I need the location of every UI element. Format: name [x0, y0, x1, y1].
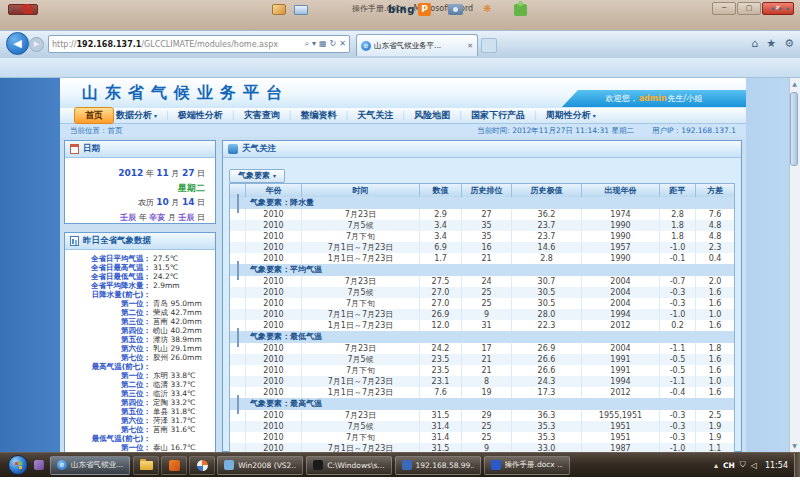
nav-item-6[interactable]: 风险地图	[412, 109, 452, 122]
camera-addon-icon[interactable]	[448, 4, 463, 15]
table-row[interactable]: 20107月1日～7月23日26.9928.01994-1.01.0	[230, 309, 734, 320]
minimize-icon[interactable]: ─	[712, 2, 736, 15]
column-header: 历史排位	[462, 184, 512, 197]
table-row[interactable]: 20107月23日24.21726.92004-1.11.8	[230, 343, 734, 354]
ime-addon-icon[interactable]: P	[418, 3, 431, 16]
table-row[interactable]: 20107月23日31.52936.31955,1951-0.32.5	[230, 410, 734, 421]
bing-logo[interactable]: bing	[388, 4, 415, 15]
table-cell: 8	[462, 376, 512, 387]
volume-icon[interactable]: ◁	[751, 461, 757, 470]
plugin-addon-icon[interactable]	[514, 4, 527, 16]
more-options-icon[interactable]: •••	[770, 4, 792, 14]
table-cell: 7月下旬	[302, 231, 420, 242]
table-row[interactable]: 20107月1日～7月23日31.5933.01987-1.01.1	[230, 443, 734, 452]
table-cell: 35	[462, 220, 512, 231]
table-cell: 1955,1951	[582, 410, 660, 421]
table-cell: 27.0	[420, 287, 462, 298]
table-row[interactable]: 20101月1日～7月23日12.03122.320120.21.6	[230, 320, 734, 331]
table-header-row: 年份时间数值历史排位历史极值出现年份距平方差	[230, 184, 734, 197]
table-cell: 33.0	[512, 443, 582, 452]
taskbar-media-button[interactable]	[189, 456, 215, 475]
table-cell: 7.6	[420, 387, 462, 398]
table-row[interactable]: 20107月5候3.43523.719901.84.8	[230, 220, 734, 231]
table-cell: 2010	[246, 376, 302, 387]
show-desktop-button[interactable]	[794, 453, 800, 478]
table-cell: 2010	[246, 253, 302, 264]
element-filter-button[interactable]: 气象要素▾	[229, 169, 285, 183]
address-bar[interactable]: http://192.168.137.1/GLCCLIMATE/modules/…	[48, 35, 350, 53]
nav-item-0[interactable]: 首页	[74, 107, 114, 124]
search-icon[interactable]: ⌕	[305, 39, 309, 49]
table-row[interactable]: 20101月1日～7月23日1.7212.81990-0.10.4	[230, 253, 734, 264]
nav-item-2[interactable]: 极端性分析	[176, 109, 225, 122]
column-header: 出现年份	[582, 184, 660, 197]
table-cell: 26.9	[512, 343, 582, 354]
settings-gear-icon[interactable]: ⚙	[784, 37, 794, 50]
start-button[interactable]	[8, 455, 28, 475]
table-row[interactable]: 20101月1日～7月23日7.61917.32012-0.41.6	[230, 387, 734, 398]
table-row[interactable]: 20107月1日～7月23日23.1824.31994-1.11.0	[230, 376, 734, 387]
taskbar-task-button-2[interactable]: 192.168.58.99...	[395, 456, 481, 475]
favorites-star-icon[interactable]: ★	[766, 37, 776, 50]
scroll-up-icon[interactable]: ▲	[791, 80, 798, 87]
table-group-row[interactable]: 气象要素：平均气温	[230, 264, 734, 276]
table-row[interactable]: 20107月1日～7月23日6.91614.61957-1.02.3	[230, 242, 734, 253]
tab-close-icon[interactable]: ✕	[467, 42, 473, 50]
table-cell: 9	[462, 443, 512, 452]
nav-item-8[interactable]: 周期性分析▾	[544, 109, 598, 122]
table-group-row[interactable]: 气象要素：降水量	[230, 197, 734, 209]
back-button[interactable]: ◀	[6, 32, 29, 55]
addon-close-icon[interactable]: ✕	[8, 5, 15, 14]
browser-tab[interactable]: e 山东省气候业务平... ✕	[356, 34, 478, 56]
pinned-app-icon[interactable]	[34, 460, 44, 470]
nav-separator: │	[533, 111, 538, 120]
table-row[interactable]: 20107月下旬3.43523.719901.84.8	[230, 231, 734, 242]
table-row[interactable]: 20107月下旬23.52126.61991-0.51.6	[230, 365, 734, 376]
table-row[interactable]: 20107月23日27.52430.72004-0.72.0	[230, 276, 734, 287]
nav-item-7[interactable]: 国家下行产品	[469, 109, 527, 122]
taskbar-app-button[interactable]	[161, 456, 187, 475]
table-group-row[interactable]: 气象要素：最低气温	[230, 331, 734, 343]
taskbar-folder-button[interactable]	[133, 456, 159, 475]
table-row[interactable]: 20107月下旬27.02530.52004-0.31.6	[230, 298, 734, 309]
mail-addon-icon[interactable]	[294, 5, 308, 15]
table-row[interactable]: 20107月23日2.92736.219742.87.6	[230, 209, 734, 220]
stat-value: 31.5℃	[153, 263, 178, 272]
taskbar-clock[interactable]: 11:54	[765, 461, 788, 470]
nav-item-4[interactable]: 整编资料	[299, 109, 339, 122]
maximize-icon[interactable]: ▢	[737, 2, 761, 15]
network-icon[interactable]: ⛉	[740, 460, 746, 470]
table-cell: 1957	[582, 242, 660, 253]
taskbar-task-button-3[interactable]: 操作手册.docx ...	[484, 456, 570, 475]
table-cell: 30.5	[512, 298, 582, 309]
new-tab-button[interactable]	[481, 38, 497, 53]
taskbar-ie-button[interactable]: e 山东省气候业...	[50, 456, 130, 475]
tray-arrow-icon[interactable]: ▴	[714, 461, 718, 470]
table-row[interactable]: 20107月5候27.02530.52004-0.31.6	[230, 287, 734, 298]
table-cell: 24	[462, 276, 512, 287]
table-row[interactable]: 20107月5候23.52126.61991-0.51.6	[230, 354, 734, 365]
table-cell: 1.6	[696, 298, 734, 309]
taskbar-task-button-0[interactable]: Win2008 (VS2...	[217, 456, 303, 475]
forward-button[interactable]: ▶	[29, 37, 44, 52]
language-indicator[interactable]: CH	[723, 461, 735, 470]
paw-addon-icon[interactable]: ❋	[483, 3, 491, 14]
home-icon[interactable]: ⌂	[751, 37, 758, 50]
scroll-down-icon[interactable]: ▼	[791, 442, 798, 449]
table-group-row[interactable]: 气象要素：最高气温	[230, 398, 734, 410]
table-cell: 7月下旬	[302, 298, 420, 309]
compatibility-icon[interactable]: ▦	[319, 39, 327, 49]
taskbar-task-button-1[interactable]: C:\Windows\s...	[306, 456, 391, 475]
scrollbar-thumb[interactable]	[790, 92, 798, 166]
username: admin	[639, 94, 667, 103]
stop-icon[interactable]: ✕	[339, 39, 346, 49]
table-row[interactable]: 20107月5候31.42535.31951-0.31.9	[230, 421, 734, 432]
table-row[interactable]: 20107月下旬31.42535.31951-0.31.9	[230, 432, 734, 443]
search-dropdown-icon[interactable]: ▾	[312, 39, 316, 49]
nav-item-5[interactable]: 天气关注	[355, 109, 395, 122]
refresh-icon[interactable]: ↻	[330, 39, 337, 49]
nav-item-3[interactable]: 灾害查询	[242, 109, 282, 122]
picture-addon-icon[interactable]	[272, 4, 286, 15]
stat-value: 24.2℃	[153, 272, 178, 281]
nav-item-1[interactable]: 数据分析▾	[114, 109, 159, 122]
